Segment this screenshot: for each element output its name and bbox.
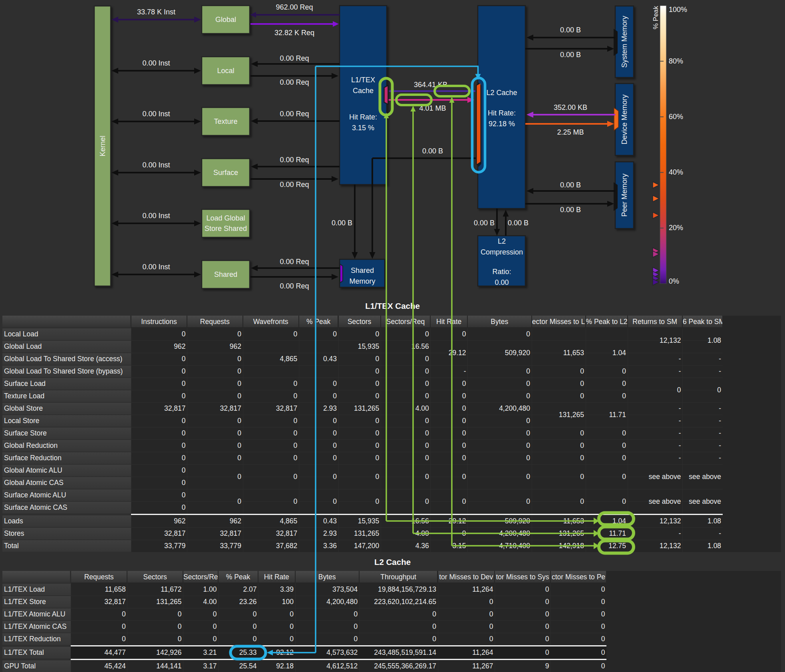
svg-text:Shared: Shared (214, 270, 237, 278)
svg-text:Store Shared: Store Shared (205, 225, 247, 233)
svg-text:0.00 Req: 0.00 Req (280, 78, 309, 86)
svg-text:Memory: Memory (349, 277, 375, 285)
svg-text:3.15 %: 3.15 % (352, 124, 374, 132)
svg-text:962.00 Req: 962.00 Req (276, 3, 313, 11)
svg-text:0.00 B: 0.00 B (560, 51, 581, 59)
svg-text:0.00 B: 0.00 B (560, 206, 581, 214)
svg-text:352.00 KB: 352.00 KB (554, 103, 587, 111)
svg-text:0.00 Inst: 0.00 Inst (142, 263, 170, 271)
svg-text:Hit Rate:: Hit Rate: (488, 109, 516, 117)
svg-text:Peer Memory: Peer Memory (620, 173, 628, 217)
svg-text:0.00 B: 0.00 B (422, 147, 443, 155)
svg-text:Local: Local (217, 67, 234, 75)
svg-text:0.00: 0.00 (495, 278, 509, 286)
svg-text:0.00 Req: 0.00 Req (280, 110, 309, 118)
svg-text:33.78 K Inst: 33.78 K Inst (137, 8, 175, 16)
svg-text:0.00 Req: 0.00 Req (280, 54, 309, 62)
svg-text:92.18 %: 92.18 % (489, 120, 515, 128)
svg-text:% Peak: % Peak (652, 6, 660, 29)
svg-text:Load Global: Load Global (206, 214, 245, 222)
svg-text:0.00 B: 0.00 B (474, 219, 495, 227)
svg-text:80%: 80% (669, 57, 683, 65)
svg-text:0.00 Inst: 0.00 Inst (142, 59, 170, 67)
svg-text:60%: 60% (669, 113, 683, 121)
svg-text:0.00 Req: 0.00 Req (280, 282, 309, 290)
svg-text:Kernel: Kernel (99, 135, 107, 156)
svg-text:0.00 B: 0.00 B (332, 219, 352, 227)
svg-text:0.00 Req: 0.00 Req (280, 181, 309, 189)
svg-text:364.41 KB: 364.41 KB (414, 81, 447, 89)
svg-text:100%: 100% (669, 6, 687, 14)
svg-text:0.00 B: 0.00 B (508, 219, 529, 227)
svg-text:Surface: Surface (213, 169, 238, 177)
svg-text:0.00 Inst: 0.00 Inst (142, 161, 170, 169)
svg-text:0%: 0% (669, 277, 679, 285)
svg-text:L2: L2 (498, 237, 506, 245)
svg-text:Cache: Cache (353, 87, 374, 95)
svg-text:Global: Global (215, 16, 236, 24)
svg-text:Device Memory: Device Memory (620, 94, 628, 144)
svg-text:Shared: Shared (351, 266, 374, 274)
svg-text:0.00 Req: 0.00 Req (280, 156, 309, 164)
svg-text:Texture: Texture (214, 117, 237, 125)
svg-text:0.00 B: 0.00 B (560, 26, 581, 34)
svg-text:32.82 K Req: 32.82 K Req (274, 29, 314, 37)
svg-text:L1/TEX: L1/TEX (351, 76, 375, 84)
svg-text:20%: 20% (669, 224, 683, 232)
svg-text:40%: 40% (669, 168, 683, 176)
svg-text:0.00 Inst: 0.00 Inst (142, 212, 170, 220)
svg-text:Hit Rate:: Hit Rate: (349, 113, 377, 121)
svg-text:2.25 MB: 2.25 MB (557, 128, 584, 136)
svg-text:Compression: Compression (481, 248, 523, 256)
svg-text:0.00 Req: 0.00 Req (280, 258, 309, 266)
svg-text:Ratio:: Ratio: (492, 268, 511, 276)
svg-text:4.01 MB: 4.01 MB (419, 104, 446, 112)
svg-text:System Memory: System Memory (620, 16, 628, 68)
svg-text:0.00 Inst: 0.00 Inst (142, 110, 170, 118)
svg-text:0.00 B: 0.00 B (560, 181, 581, 189)
svg-text:L2 Cache: L2 Cache (486, 89, 517, 97)
